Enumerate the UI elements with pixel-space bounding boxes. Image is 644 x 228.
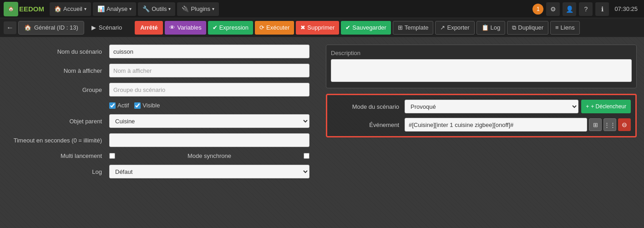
timeout-label: Timeout en secondes (0 = illimité) xyxy=(9,137,109,144)
run-icon: ⟳ xyxy=(259,24,264,31)
log-row: Log Défaut xyxy=(9,165,309,178)
brand-icon: 🏠 xyxy=(4,2,18,16)
supprimer-button[interactable]: ✖ Supprimer xyxy=(296,21,339,35)
log-icon: 📋 xyxy=(482,24,489,31)
time-display: 07:30:25 xyxy=(612,5,640,12)
general-icon: 🏠 xyxy=(24,24,31,31)
outils-menu[interactable]: 🔧 Outils ▾ xyxy=(138,2,175,16)
copy-icon: ⧉ xyxy=(512,24,516,31)
mode-sync-wrap xyxy=(304,153,309,159)
main-content: Nom du scénario Nom à afficher Groupe Ac… xyxy=(0,37,644,228)
grid-icon-btn[interactable]: ⊞ xyxy=(589,118,602,131)
save-icon: ✔ xyxy=(345,24,350,31)
analyse-menu[interactable]: 📊 Analyse ▾ xyxy=(93,2,136,16)
afficher-row: Nom à afficher xyxy=(9,64,309,77)
event-input-wrap: ⊞ ⋮⋮ ⊖ xyxy=(405,118,631,132)
multi-checkbox-wrap xyxy=(109,153,115,159)
help-icon-btn[interactable]: ? xyxy=(579,2,593,16)
actif-row: Actif Visible xyxy=(9,102,309,109)
mode-select[interactable]: Provoqué Planifié Immédiat xyxy=(405,100,578,113)
mode-row: Mode du scénario Provoqué Planifié Imméd… xyxy=(332,100,631,113)
link-icon: ≡ xyxy=(555,24,559,31)
navbar: 🏠 EEDOM 🏠 Accueil ▾ 📊 Analyse ▾ 🔧 Outils… xyxy=(0,0,644,18)
afficher-label: Nom à afficher xyxy=(9,67,109,74)
wrench-icon: 🔧 xyxy=(142,5,150,12)
objet-select[interactable]: Cuisine xyxy=(109,114,309,128)
trash-icon: ✖ xyxy=(300,24,305,31)
nom-label: Nom du scénario xyxy=(9,48,109,55)
sauvegarder-button[interactable]: ✔ Sauvegarder xyxy=(341,21,390,35)
table-icon-btn[interactable]: ⋮⋮ xyxy=(603,118,616,131)
brand-text: EEDOM xyxy=(19,5,44,13)
description-label: Description xyxy=(331,50,632,56)
plugin-icon: 🔌 xyxy=(182,5,189,12)
groupe-input[interactable] xyxy=(109,83,309,96)
delete-event-button[interactable]: ⊖ xyxy=(618,118,631,131)
groupe-label: Groupe xyxy=(9,86,109,93)
toolbar: ← 🏠 Général (ID : 13) ▶ Scénario Arrêté … xyxy=(0,18,644,37)
right-panel: Description Mode du scénario Provoqué Pl… xyxy=(319,37,644,228)
arrete-button[interactable]: Arrêté xyxy=(135,21,163,35)
objet-label: Objet parent xyxy=(9,118,109,125)
nom-input[interactable] xyxy=(109,45,309,58)
liens-button[interactable]: ≡ Liens xyxy=(550,21,580,35)
timeout-row: Timeout en secondes (0 = illimité) xyxy=(9,133,309,147)
multi-checkbox[interactable] xyxy=(109,153,115,159)
log-select[interactable]: Défaut xyxy=(109,165,309,178)
chevron-down-icon: ▾ xyxy=(129,6,132,11)
highlight-box: Mode du scénario Provoqué Planifié Imméd… xyxy=(326,94,637,137)
variables-button[interactable]: 👁 Variables xyxy=(165,21,206,35)
multi-row: Multi lancement Mode synchrone xyxy=(9,152,309,159)
chart-icon: 📊 xyxy=(97,5,105,12)
brand: 🏠 EEDOM xyxy=(4,2,44,16)
navbar-right: 1 ⚙ 👤 ? ℹ 07:30:25 xyxy=(532,2,640,16)
visible-label[interactable]: Visible xyxy=(134,102,160,109)
dupliquer-button[interactable]: ⧉ Dupliquer xyxy=(507,21,548,35)
check-icon: ✔ xyxy=(213,24,218,31)
eye-icon: 👁 xyxy=(169,24,175,31)
timeout-input[interactable] xyxy=(109,133,309,147)
plugins-menu[interactable]: 🔌 Plugins ▾ xyxy=(177,2,219,16)
nom-row: Nom du scénario xyxy=(9,45,309,58)
declencheur-button[interactable]: + + Déclencheur xyxy=(581,100,631,113)
mode-sync-checkbox[interactable] xyxy=(304,153,309,159)
actif-checkbox[interactable] xyxy=(109,102,116,109)
log-label: Log xyxy=(9,168,109,175)
toolbar-actions: Arrêté 👁 Variables ✔ Expression ⟳ Exécut… xyxy=(135,21,580,35)
info-icon-btn[interactable]: ℹ xyxy=(595,2,609,16)
tab-general[interactable]: 🏠 Général (ID : 13) xyxy=(18,21,84,35)
objet-row: Objet parent Cuisine xyxy=(9,114,309,128)
afficher-input[interactable] xyxy=(109,64,309,77)
event-row: Événement ⊞ ⋮⋮ ⊖ xyxy=(332,118,631,132)
exporter-button[interactable]: ↗ Exporter xyxy=(435,21,474,35)
chevron-down-icon: ▾ xyxy=(168,6,171,11)
home-icon: 🏠 xyxy=(54,5,61,12)
export-icon: ↗ xyxy=(440,24,445,31)
groupe-row: Groupe xyxy=(9,83,309,96)
back-button[interactable]: ← xyxy=(4,21,16,34)
executer-button[interactable]: ⟳ Exécuter xyxy=(255,21,294,35)
evenement-label: Événement xyxy=(332,122,405,128)
left-panel: Nom du scénario Nom à afficher Groupe Ac… xyxy=(0,37,319,228)
description-box: Description xyxy=(326,45,637,88)
evenement-input[interactable] xyxy=(405,118,587,132)
tab-scenario[interactable]: ▶ Scénario xyxy=(86,22,127,33)
accueil-menu[interactable]: 🏠 Accueil ▾ xyxy=(50,2,91,16)
mode-sync-label: Mode synchrone xyxy=(115,152,304,159)
mode-select-wrap: Provoqué Planifié Immédiat + + Déclenche… xyxy=(405,100,631,113)
description-textarea[interactable] xyxy=(331,59,632,82)
notification-badge[interactable]: 1 xyxy=(532,4,543,15)
user-icon-btn[interactable]: 👤 xyxy=(563,2,576,16)
chevron-down-icon: ▾ xyxy=(84,6,86,11)
plus-icon: + xyxy=(586,103,589,110)
template-button[interactable]: ⊞ Template xyxy=(393,21,434,35)
actif-label[interactable]: Actif xyxy=(109,102,129,109)
scenario-icon: ▶ xyxy=(91,24,96,31)
visible-checkbox[interactable] xyxy=(134,102,141,109)
template-icon: ⊞ xyxy=(398,24,403,31)
chevron-down-icon: ▾ xyxy=(212,6,214,11)
mode-scenario-label: Mode du scénario xyxy=(332,103,405,110)
expression-button[interactable]: ✔ Expression xyxy=(208,21,253,35)
settings-icon-btn[interactable]: ⚙ xyxy=(546,2,560,16)
log-button[interactable]: 📋 Log xyxy=(477,21,506,35)
